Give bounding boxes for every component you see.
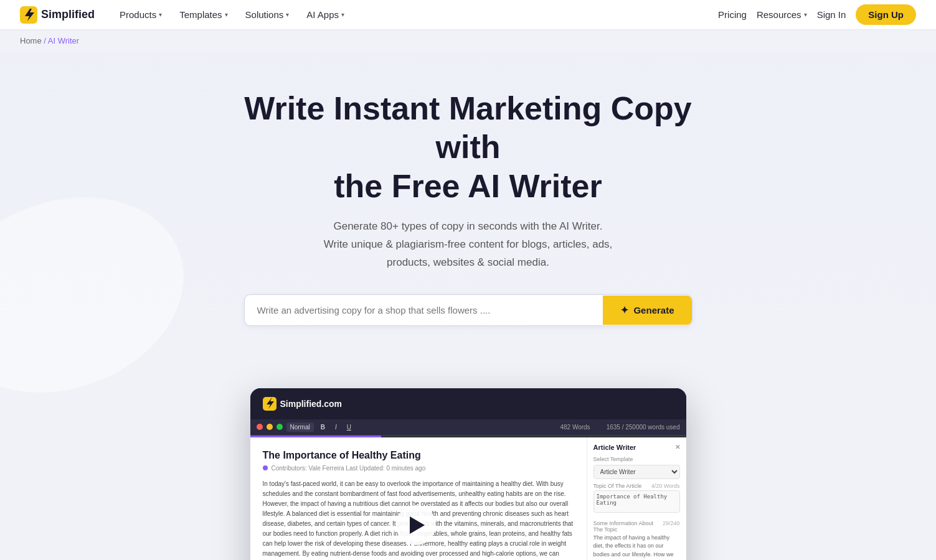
video-section: Simplified.com AI Writing Generator Norm… xyxy=(0,351,936,560)
logo-link[interactable]: Simplified xyxy=(20,6,95,24)
hero-title-line1: Write Instant Marketing Copy with xyxy=(244,90,691,165)
logo-text: Simplified xyxy=(41,8,95,21)
hero-title: Write Instant Marketing Copy with the Fr… xyxy=(225,89,711,205)
play-icon xyxy=(410,516,425,534)
doc-meta: Contributors: Vale Ferreira Last Updated… xyxy=(263,465,574,472)
products-chevron-icon: ▾ xyxy=(159,11,162,18)
doc-meta-text: Contributors: Vale Ferreira Last Updated… xyxy=(272,465,426,472)
hero-search-input[interactable] xyxy=(245,295,603,325)
panel-topic-field: Topic Of The Article 4/20 Words Importan… xyxy=(593,483,680,515)
nav-solutions[interactable]: Solutions ▾ xyxy=(238,6,297,24)
panel-title: Article Writer ✕ xyxy=(593,444,680,451)
panel-info-label: Some Information About The Topic 29/240 xyxy=(593,520,680,533)
templates-chevron-icon: ▾ xyxy=(225,11,228,18)
counter-text: 1635 / 250000 words used xyxy=(607,424,680,431)
topic-label-text: Topic Of The Article xyxy=(593,483,642,489)
video-logo-icon xyxy=(263,397,277,411)
hero-title-line2: the Free AI Writer xyxy=(334,168,602,204)
play-button[interactable] xyxy=(396,505,436,545)
nav-products-label: Products xyxy=(120,9,156,20)
nav-right: Pricing Resources ▾ Sign In Sign Up xyxy=(718,4,916,25)
resources-label: Resources xyxy=(757,9,801,20)
panel-close-icon[interactable]: ✕ xyxy=(675,444,680,450)
nav-pricing[interactable]: Pricing xyxy=(718,9,747,20)
panel-info-text: The impact of having a healthy diet, the… xyxy=(593,534,680,560)
toolbar-bold[interactable]: B xyxy=(318,422,328,432)
panel-topic-label: Topic Of The Article 4/20 Words xyxy=(593,483,680,489)
breadcrumb: Home / AI Writer xyxy=(0,30,936,52)
toolbar-format-select[interactable]: Normal xyxy=(286,422,314,432)
toolbar-dot-green xyxy=(277,424,283,430)
aiapps-chevron-icon: ▾ xyxy=(341,11,344,18)
doc-toolbar: Normal B I U 482 Words 1635 / 250000 wor… xyxy=(250,419,686,436)
hero-section: Write Instant Marketing Copy with the Fr… xyxy=(0,52,936,351)
nav-links: Products ▾ Templates ▾ Solutions ▾ AI Ap… xyxy=(112,6,718,24)
toolbar-dot-yellow xyxy=(267,424,273,430)
hero-subtitle: Generate 80+ types of copy in seconds wi… xyxy=(281,218,655,272)
solutions-chevron-icon: ▾ xyxy=(286,11,289,18)
breadcrumb-current: AI Writer xyxy=(48,36,79,45)
hero-subtitle-line2: Write unique & plagiarism-free content f… xyxy=(324,238,613,250)
nav-solutions-label: Solutions xyxy=(245,9,284,20)
video-logo: Simplified.com xyxy=(263,397,343,411)
nav-aiapps[interactable]: AI Apps ▾ xyxy=(299,6,352,24)
video-sidebar-panel: Article Writer ✕ Select Template Article… xyxy=(587,437,686,560)
nav-resources[interactable]: Resources ▾ xyxy=(757,9,807,20)
nav-signin[interactable]: Sign In xyxy=(817,9,846,20)
nav-signup-button[interactable]: Sign Up xyxy=(856,4,916,25)
video-header: Simplified.com xyxy=(250,388,686,419)
info-count: 29/240 xyxy=(663,520,680,533)
toolbar-dot-red xyxy=(257,424,263,430)
doc-meta-dot xyxy=(263,465,268,470)
video-doc-area: The Importance of Healthy Eating Contrib… xyxy=(250,437,686,560)
video-content: AI Writing Generator Normal B I U 482 Wo… xyxy=(250,419,686,560)
panel-template-select[interactable]: Article Writer xyxy=(593,465,680,479)
hero-subtitle-line1: Generate 80+ types of copy in seconds wi… xyxy=(333,220,602,232)
panel-info-field: Some Information About The Topic 29/240 … xyxy=(593,520,680,560)
hero-input-row: ✦ Generate xyxy=(244,294,693,326)
breadcrumb-home[interactable]: Home xyxy=(20,36,42,45)
video-logo-text: Simplified.com xyxy=(280,399,343,409)
generate-button[interactable]: ✦ Generate xyxy=(603,296,691,325)
logo-icon xyxy=(20,6,37,24)
nav-products[interactable]: Products ▾ xyxy=(112,6,169,24)
info-label-text: Some Information About The Topic xyxy=(593,520,663,533)
navbar: Simplified Products ▾ Templates ▾ Soluti… xyxy=(0,0,936,30)
doc-title: The Importance of Healthy Eating xyxy=(263,450,574,461)
video-main-area: Normal B I U 482 Words 1635 / 250000 wor… xyxy=(250,419,686,560)
resources-chevron-icon: ▾ xyxy=(804,11,807,18)
generate-icon: ✦ xyxy=(620,304,628,316)
topic-count: 4/20 Words xyxy=(651,483,680,489)
video-container: Simplified.com AI Writing Generator Norm… xyxy=(250,388,686,560)
generate-label: Generate xyxy=(633,305,674,315)
panel-select-template-label: Select Template xyxy=(593,456,680,462)
nav-templates[interactable]: Templates ▾ xyxy=(172,6,235,24)
nav-aiapps-label: AI Apps xyxy=(306,9,339,20)
toolbar-italic[interactable]: I xyxy=(332,422,340,432)
panel-title-text: Article Writer xyxy=(593,444,636,451)
panel-topic-input[interactable]: Importance of Healthy Eating xyxy=(593,490,680,513)
hero-subtitle-line3: products, websites & social media. xyxy=(387,256,549,268)
nav-templates-label: Templates xyxy=(179,9,222,20)
word-count: 482 Words xyxy=(560,424,590,431)
toolbar-underline[interactable]: U xyxy=(344,422,354,432)
